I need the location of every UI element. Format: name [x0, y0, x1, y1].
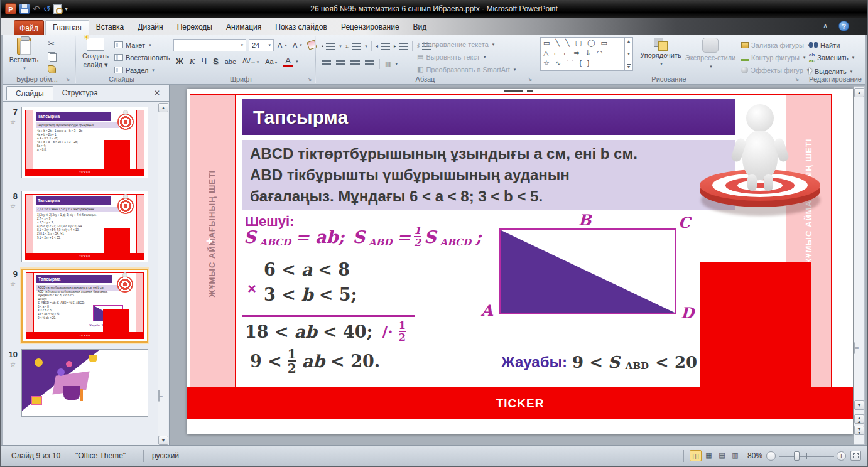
zoom-in-button[interactable]: +: [837, 451, 846, 461]
decrease-indent-button[interactable]: ◂: [376, 40, 390, 52]
font-dialog-launcher[interactable]: ↘: [307, 76, 312, 82]
answer-line[interactable]: Жауабы: 9 < S ABD < 20: [501, 353, 697, 372]
shapes-scroll[interactable]: ▲▼▼: [624, 38, 632, 70]
tab-review[interactable]: Рецензирование: [334, 20, 406, 35]
paragraph-dialog-launcher[interactable]: ↘: [528, 76, 533, 82]
transition-star-icon[interactable]: ☆: [10, 361, 16, 368]
main-scrollbar[interactable]: ▲ ▼ ▲▲ ▼▼: [854, 86, 865, 445]
bullets-button[interactable]: •▾: [322, 40, 342, 52]
slide-thumbnail-7[interactable]: Тапсырма Теңсіздіктерді мүшелеп қосуды о…: [21, 107, 148, 178]
replace-button[interactable]: abac Заменить▾: [809, 51, 854, 63]
layout-button[interactable]: Макет▾: [114, 39, 151, 51]
slide-thumbnail-9-selected[interactable]: Тапсырма ABCD тіктөртбұрышының ұзындығы …: [21, 269, 148, 343]
zoom-out-button[interactable]: −: [766, 451, 776, 461]
font-name-combo[interactable]: ▾: [173, 39, 246, 51]
font-color-dropdown[interactable]: ▾: [296, 59, 298, 64]
shape-effects-button[interactable]: Эффекты фигур▾: [741, 64, 809, 76]
columns-button[interactable]: ▥▾: [385, 58, 398, 70]
text-shadow-button[interactable]: S: [210, 55, 221, 68]
panel-scrollbar-thumb[interactable]: [158, 390, 160, 402]
zoom-level[interactable]: 80%: [747, 446, 762, 466]
convert-smartart-button[interactable]: ◧ Преобразовать в SmartArt▾: [417, 63, 516, 75]
shrink-font-button[interactable]: А▾: [293, 39, 302, 51]
solution-formula[interactable]: SABCD = ab; SABD = 12 SABCD;: [244, 226, 482, 248]
slide-info[interactable]: Слайд 9 из 10: [11, 446, 60, 466]
tab-design[interactable]: Дизайн: [131, 20, 170, 35]
shape-fill-button[interactable]: Заливка фигуры▾: [741, 39, 810, 51]
slide-thumbnail-8[interactable]: Тапсырма 2,7 < x < 9 және 1,5 < y < 3 те…: [21, 191, 148, 262]
qat-customize-button[interactable]: ▾: [65, 6, 67, 12]
tab-transitions[interactable]: Переходы: [170, 20, 219, 35]
increase-indent-button[interactable]: ▸: [394, 40, 408, 52]
font-size-combo[interactable]: 24▾: [249, 39, 274, 51]
align-right-button[interactable]: [350, 60, 360, 67]
font-color-button[interactable]: А: [283, 56, 293, 67]
close-panel-button[interactable]: ✕: [154, 89, 160, 97]
zoom-slider-thumb[interactable]: [794, 451, 800, 461]
italic-button[interactable]: К: [187, 55, 198, 68]
print-preview-button[interactable]: [53, 4, 62, 14]
slide-thumbnail-10[interactable]: [21, 349, 148, 417]
redo-button[interactable]: ↺: [43, 4, 51, 14]
section-button[interactable]: Раздел▾: [114, 64, 155, 76]
rectangle-abcd[interactable]: [499, 228, 676, 314]
align-text-button[interactable]: ▤ Выровнять текст▾: [417, 51, 486, 63]
character-spacing-button[interactable]: AV↔▾: [240, 55, 261, 68]
paste-button[interactable]: Вставить▾: [8, 38, 40, 72]
panel-scroll-up-button[interactable]: ▲: [158, 103, 168, 112]
next-slide-button[interactable]: ▼▼: [854, 426, 864, 435]
tab-slides-thumbnails[interactable]: Слайды: [6, 86, 53, 100]
find-button[interactable]: Найти: [809, 39, 840, 51]
clipboard-dialog-launcher[interactable]: ↘: [65, 76, 70, 82]
theme-name[interactable]: "Office Theme": [75, 446, 126, 466]
tab-home[interactable]: Главная: [45, 20, 89, 35]
drawing-dialog-launcher[interactable]: ↘: [795, 76, 800, 82]
minimize-ribbon-button[interactable]: ∧: [823, 22, 828, 30]
red-block[interactable]: [700, 262, 811, 388]
arrange-button[interactable]: Упорядочить▾: [637, 38, 685, 68]
scroll-up-button[interactable]: ▲: [854, 88, 864, 97]
text-direction-button[interactable]: ↕ Направление текста▾: [417, 38, 494, 50]
bold-button[interactable]: Ж: [173, 55, 186, 68]
shapes-row-1[interactable]: ▭ ╲ ╲ ▢ ◯ ▭: [541, 38, 632, 48]
tab-slideshow[interactable]: Показ слайдов: [268, 20, 334, 35]
panel-scrollbar[interactable]: ▲ ▼: [158, 102, 168, 446]
grow-font-button[interactable]: А▴: [278, 39, 287, 51]
problem-text-box[interactable]: ABCD тіктөртбұрышының ұзындығы a см, ені…: [242, 140, 735, 210]
new-slide-button[interactable]: Создатьслайд ▾: [79, 38, 112, 68]
tab-file[interactable]: Файл: [14, 20, 44, 35]
justify-button[interactable]: [365, 60, 374, 67]
slide-canvas[interactable]: ЖҰМЫС АЙМАҒЫНЫҢ ШЕТІ + ЖҰМЫС АЙМАҒЫНЫҢ Ш…: [187, 89, 853, 434]
scrollbar-thumb[interactable]: [854, 342, 855, 354]
previous-slide-button[interactable]: ▲▲: [854, 414, 864, 424]
tab-insert[interactable]: Вставка: [89, 20, 131, 35]
help-button[interactable]: ?: [838, 21, 849, 31]
ticker-bar[interactable]: TICKER: [187, 387, 853, 419]
tab-animations[interactable]: Анимация: [219, 20, 268, 35]
normal-view-button[interactable]: ◫: [690, 450, 702, 461]
quick-styles-button[interactable]: Экспресс-стили▾: [685, 38, 736, 70]
strikethrough-button[interactable]: abe: [222, 55, 239, 68]
transition-star-icon[interactable]: ☆: [10, 203, 16, 210]
slideshow-button[interactable]: ▥: [729, 450, 741, 461]
panel-scroll-down-button[interactable]: ▼: [158, 436, 168, 445]
language-indicator[interactable]: русский: [152, 446, 179, 466]
shape-outline-button[interactable]: Контур фигуры▾: [741, 51, 805, 63]
transition-star-icon[interactable]: ☆: [10, 119, 16, 126]
align-center-button[interactable]: [336, 60, 345, 67]
shapes-row-3[interactable]: ☆ ∿ ⌒ { }: [541, 58, 632, 68]
change-case-button[interactable]: Aa▾: [263, 55, 279, 68]
cut-button[interactable]: ✂: [48, 39, 55, 48]
tab-outline[interactable]: Структура: [53, 86, 107, 100]
scroll-down-button[interactable]: ▼: [854, 400, 864, 410]
undo-button[interactable]: ↶: [33, 4, 40, 14]
numbering-button[interactable]: 1.▾: [345, 40, 367, 52]
reading-view-button[interactable]: ▤: [716, 450, 728, 461]
shapes-row-2[interactable]: △ ⌐ ⌐ ⇒ ⇓ ◠: [541, 48, 632, 58]
slide-title[interactable]: Тапсырма: [242, 99, 735, 135]
fit-to-window-button[interactable]: [850, 451, 861, 461]
align-left-button[interactable]: [322, 60, 331, 67]
transition-star-icon[interactable]: ☆: [10, 281, 16, 287]
reset-button[interactable]: Восстановить: [114, 51, 170, 63]
shapes-gallery[interactable]: ▭ ╲ ╲ ▢ ◯ ▭ △ ⌐ ⌐ ⇒ ⇓ ◠ ☆ ∿ ⌒ { } ▲▼▼: [540, 37, 633, 71]
